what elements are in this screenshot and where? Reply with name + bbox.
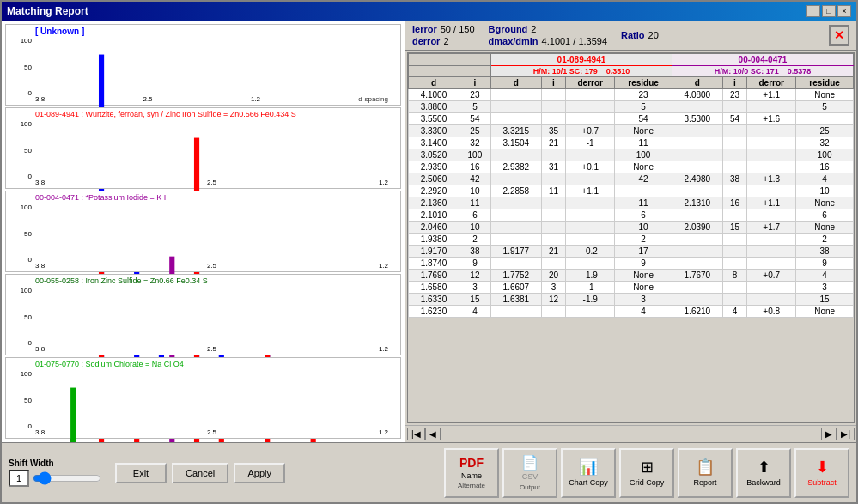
- shift-width-label: Shift Width: [9, 458, 101, 468]
- table-cell: [747, 282, 796, 294]
- table-cell: [566, 113, 615, 125]
- close-button[interactable]: ×: [837, 5, 851, 17]
- table-cell: [615, 185, 672, 197]
- apply-button[interactable]: Apply: [234, 463, 285, 483]
- y-axis-phase1: 100 50 0: [8, 120, 32, 180]
- table-cell: [672, 137, 722, 149]
- table-cell: [747, 234, 796, 246]
- table-cell: 3.5500: [409, 113, 459, 125]
- minimize-button[interactable]: _: [806, 5, 820, 17]
- derror-value: 2: [443, 36, 448, 46]
- table-cell: 54: [722, 113, 746, 125]
- table-cell: 2.9390: [409, 161, 459, 173]
- table-cell: [747, 161, 796, 173]
- table-row: 2.136011112.131016+1.1None: [409, 197, 854, 209]
- table-cell: [541, 258, 565, 270]
- table-cell: 1.6330: [409, 294, 459, 306]
- table-cell: [722, 246, 746, 258]
- table-cell: None: [796, 222, 854, 234]
- x-axis-phase3: 3.8 2.5 1.2: [35, 345, 388, 353]
- table-cell: 3.1400: [409, 137, 459, 149]
- left-panel: 100 50 0 [ Unknown ]: [2, 21, 405, 442]
- nav-prev[interactable]: ◀: [425, 428, 441, 440]
- table-cell: +1.1: [747, 197, 796, 209]
- table-row: 4.100023234.080023+1.1None: [409, 89, 854, 101]
- table-cell: 1.6230: [409, 306, 459, 318]
- title-bar: Matching Report _ □ ×: [2, 2, 856, 21]
- table-cell: 5: [796, 101, 854, 113]
- table-cell: -1: [566, 282, 615, 294]
- params-close-button[interactable]: ✕: [829, 25, 849, 46]
- table-cell: [490, 234, 541, 246]
- csv-button[interactable]: 📄 CSV Output: [502, 448, 557, 498]
- table-cell: 1.6607: [490, 282, 541, 294]
- table-cell: 4.0800: [672, 89, 722, 101]
- table-cell: [490, 222, 541, 234]
- nav-last[interactable]: ▶|: [837, 428, 855, 440]
- table-cell: [490, 209, 541, 222]
- grid-copy-button[interactable]: ⊞ Grid Copy: [619, 448, 674, 498]
- table-cell: 1.6210: [672, 306, 722, 318]
- table-cell: 10: [796, 185, 854, 197]
- table-cell: 6: [459, 209, 490, 222]
- table-cell: None: [615, 161, 672, 173]
- subtract-button[interactable]: ⬇ Subtract: [794, 448, 849, 498]
- table-cell: 4.1000: [409, 89, 459, 101]
- table-cell: 2: [615, 234, 672, 246]
- table-cell: [541, 113, 565, 125]
- table-cell: 54: [615, 113, 672, 125]
- chart-unknown-label: [ Unknown ]: [35, 27, 84, 36]
- table-cell: 1.9380: [409, 234, 459, 246]
- pdf-icon: PDF: [459, 456, 484, 470]
- table-cell: 10: [459, 222, 490, 234]
- table-cell: None: [796, 89, 854, 101]
- table-cell: 2.2858: [490, 185, 541, 197]
- nav-next[interactable]: ▶: [821, 428, 837, 440]
- th-d1: d: [490, 77, 541, 89]
- table-cell: 4: [615, 306, 672, 318]
- table-cell: 35: [541, 125, 565, 137]
- nav-first[interactable]: |◀: [407, 428, 425, 440]
- table-cell: [541, 209, 565, 222]
- exit-button[interactable]: Exit: [115, 463, 167, 483]
- cancel-button[interactable]: Cancel: [172, 463, 228, 483]
- chart-copy-button[interactable]: 📊 Chart Copy: [561, 448, 616, 498]
- shift-controls: 1: [9, 470, 101, 487]
- th-res2: residue: [796, 77, 854, 89]
- th-i: i: [459, 77, 490, 89]
- table-cell: [747, 101, 796, 113]
- table-cell: 31: [541, 161, 565, 173]
- table-cell: 9: [459, 258, 490, 270]
- table-cell: [722, 101, 746, 113]
- table-cell: 3.5300: [672, 113, 722, 125]
- right-panel: Ierror 50 / 150 derror 2 Bground 2 dmax/…: [405, 21, 856, 442]
- x-axis-phase2: 3.8 2.5 1.2: [35, 262, 388, 270]
- table-cell: 11: [459, 197, 490, 209]
- table-cell: None: [615, 270, 672, 282]
- table-cell: [722, 161, 746, 173]
- pdf-button[interactable]: PDF Name Alternate: [444, 448, 499, 498]
- table-cell: [490, 197, 541, 209]
- table-row: 3.550054543.530054+1.6: [409, 113, 854, 125]
- report-button[interactable]: 📋 Report: [678, 448, 733, 498]
- maximize-button[interactable]: □: [822, 5, 836, 17]
- table-cell: 38: [722, 173, 746, 185]
- shift-value-box: 1: [9, 470, 29, 487]
- chart-phase3: 100 50 0 00-055-0258 : Iron Zinc Sulfide…: [5, 274, 401, 355]
- table-cell: 15: [459, 294, 490, 306]
- table-cell: 9: [615, 258, 672, 270]
- y-axis-phase4: 100 50 0: [8, 370, 32, 430]
- table-cell: 32: [459, 137, 490, 149]
- table-cell: +0.7: [566, 125, 615, 137]
- table-cell: [747, 185, 796, 197]
- bground-row: Bground 2: [489, 24, 608, 34]
- shift-slider[interactable]: [33, 471, 101, 485]
- data-table-wrapper[interactable]: 01-089-4941 00-004-0471 H/M: 10/1 SC: 17…: [407, 52, 855, 423]
- table-cell: [566, 306, 615, 318]
- table-cell: [541, 89, 565, 101]
- table-row: 1.658031.66073-1None3: [409, 282, 854, 294]
- backward-button[interactable]: ⬆ Backward: [736, 448, 791, 498]
- table-cell: 32: [796, 137, 854, 149]
- table-cell: [747, 258, 796, 270]
- table-cell: 2.1360: [409, 197, 459, 209]
